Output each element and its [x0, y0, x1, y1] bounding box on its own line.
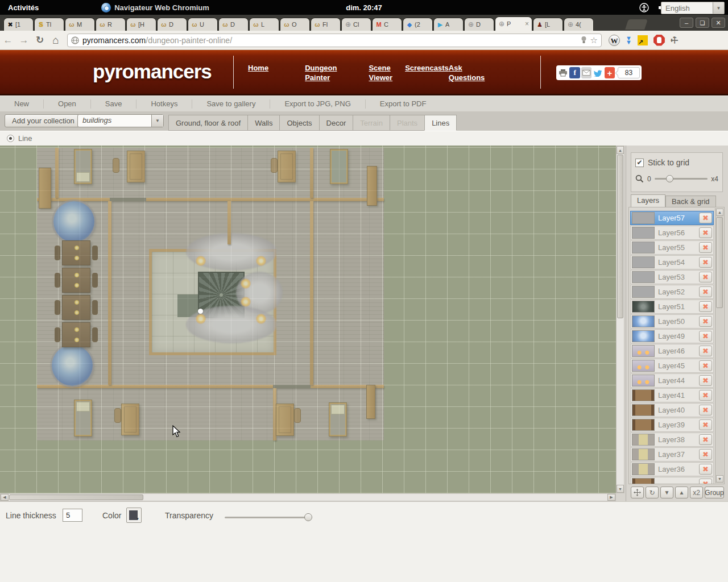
group-button[interactable]: Group [705, 487, 724, 498]
site-nav-link[interactable]: Ask Questions [449, 63, 485, 82]
layer-row[interactable]: Layer49 ✖ [630, 329, 714, 343]
category-tab[interactable]: Objects [279, 115, 318, 131]
browser-tab[interactable]: D [157, 18, 187, 31]
layer-row[interactable]: Layer41 ✖ [630, 388, 714, 402]
browser-tab[interactable]: [L [533, 18, 563, 31]
scale-x2-button[interactable]: x2 [690, 487, 703, 498]
scrollbar-thumb[interactable] [716, 217, 723, 308]
move-layer-button[interactable] [631, 487, 644, 498]
browser-tab[interactable]: (2 [403, 18, 433, 31]
scroll-down-icon[interactable]: ▼ [716, 475, 723, 483]
site-logo[interactable]: pyromancers [93, 60, 212, 83]
zoom-slider[interactable] [655, 178, 708, 180]
twitter-icon[interactable] [593, 67, 603, 78]
canvas-vertical-scrollbar[interactable]: ▲ ▼ [616, 146, 624, 493]
layer-row[interactable]: Layer46 ✖ [630, 344, 714, 358]
browser-tab[interactable]: D [218, 18, 249, 31]
layer-row[interactable]: Layer52 ✖ [630, 285, 714, 299]
layer-row[interactable]: Layer56 ✖ [630, 226, 714, 240]
addthis-icon[interactable]: + [605, 67, 615, 78]
delete-layer-button[interactable]: ✖ [699, 316, 712, 327]
rotate-layer-button[interactable]: ↻ [646, 487, 659, 498]
chevron-down-icon[interactable]: ▼ [713, 2, 724, 14]
line-thickness-input[interactable] [63, 509, 82, 522]
delete-layer-button[interactable]: ✖ [699, 390, 712, 401]
lightbulb-icon[interactable] [581, 36, 587, 44]
category-tab[interactable]: Terrain [353, 115, 390, 131]
browser-tab[interactable]: 4( [564, 18, 594, 31]
delete-layer-button[interactable]: ✖ [699, 227, 712, 238]
menu-item[interactable]: Export to PDF [366, 99, 441, 109]
panel-tab[interactable]: Back & grid [665, 196, 715, 207]
browser-tab[interactable]: Tl [34, 18, 64, 31]
layer-row[interactable]: Layer36 ✖ [630, 462, 714, 476]
delete-layer-button[interactable]: ✖ [699, 346, 712, 356]
delete-layer-button[interactable]: ✖ [699, 449, 712, 460]
wikipedia-extension-icon[interactable]: W [609, 35, 620, 46]
facebook-icon[interactable]: f [569, 67, 580, 78]
browser-tab[interactable]: P × [495, 16, 532, 31]
line-radio[interactable] [7, 135, 14, 142]
delete-layer-button[interactable]: ✖ [699, 213, 712, 223]
delete-layer-button[interactable]: ✖ [699, 434, 712, 445]
print-icon[interactable] [558, 67, 568, 78]
delete-layer-button[interactable]: ✖ [699, 242, 712, 253]
layer-row[interactable]: Layer44 ✖ [630, 373, 714, 388]
layer-row[interactable]: Layer37 ✖ [630, 447, 714, 462]
layer-list-scrollbar[interactable]: ▲ ▼ [715, 208, 723, 483]
category-tab[interactable]: Ground, floor & roof [168, 115, 247, 131]
menu-item[interactable]: Open [44, 99, 91, 109]
scroll-up-icon[interactable]: ▲ [716, 209, 723, 216]
home-button[interactable]: ⌂ [48, 34, 64, 47]
back-button[interactable]: ← [0, 35, 16, 46]
browser-tab[interactable]: M [65, 18, 95, 31]
category-tab[interactable]: Plants [390, 115, 424, 131]
delete-layer-button[interactable]: ✖ [699, 464, 712, 475]
layer-row[interactable]: Layer38 ✖ [630, 433, 714, 447]
menu-item[interactable]: Save to gallery [192, 99, 270, 109]
browser-tab[interactable]: R [96, 18, 126, 31]
delete-layer-button[interactable]: ✖ [699, 405, 712, 415]
layer-row[interactable]: Layer54 ✖ [630, 255, 714, 269]
window-maximize-button[interactable] [696, 18, 709, 28]
reload-button[interactable]: ↻ [32, 34, 48, 46]
menu-item[interactable]: Save [91, 99, 137, 109]
category-tab[interactable]: Decor [319, 115, 353, 131]
email-icon[interactable] [581, 67, 592, 78]
delete-layer-button[interactable]: ✖ [699, 331, 712, 342]
panel-tab[interactable]: Layers [631, 194, 665, 207]
bookmark-star-icon[interactable]: ☆ [590, 35, 598, 45]
delete-layer-button[interactable]: ✖ [699, 360, 712, 371]
scroll-up-icon[interactable]: ▲ [617, 146, 624, 154]
site-nav-link[interactable]: Home [248, 63, 268, 82]
browser-tab[interactable]: A [433, 18, 464, 31]
scrollbar-thumb[interactable] [617, 155, 623, 318]
canvas-horizontal-scrollbar[interactable]: ◀ ▶ [0, 493, 616, 501]
browser-tab[interactable]: Cl [341, 18, 371, 31]
layer-row[interactable]: ✖ [630, 477, 714, 484]
stick-to-grid-checkbox[interactable]: ✔ [635, 159, 644, 167]
scroll-down-icon[interactable]: ▼ [617, 485, 624, 493]
menu-item[interactable]: Hotkeys [136, 99, 192, 109]
delete-layer-button[interactable]: ✖ [699, 257, 712, 268]
chevron-down-icon[interactable]: ▼ [151, 115, 163, 127]
layer-up-button[interactable]: ▲ [675, 487, 688, 498]
zoom-slider-knob[interactable] [666, 175, 673, 182]
window-minimize-button[interactable] [680, 18, 693, 28]
forward-button[interactable]: → [16, 35, 32, 46]
layer-row[interactable]: Layer53 ✖ [630, 270, 714, 284]
scroll-right-icon[interactable]: ▶ [607, 494, 615, 501]
scrollbar-thumb[interactable] [9, 494, 143, 500]
clock[interactable]: dim. 20:47 [346, 3, 382, 12]
transparency-slider[interactable] [225, 517, 309, 518]
delete-layer-button[interactable]: ✖ [699, 286, 712, 297]
activities-button[interactable]: Activités [0, 3, 47, 12]
browser-tab[interactable]: D [464, 18, 494, 31]
layer-row[interactable]: Layer40 ✖ [630, 403, 714, 417]
language-select[interactable]: English ▼ [661, 2, 725, 14]
layer-row[interactable]: Layer57 ✖ [630, 211, 714, 225]
accessibility-icon[interactable] [639, 3, 649, 13]
menu-item[interactable]: New [0, 99, 44, 109]
window-close-button[interactable] [712, 18, 725, 28]
new-tab-button[interactable] [625, 19, 648, 30]
